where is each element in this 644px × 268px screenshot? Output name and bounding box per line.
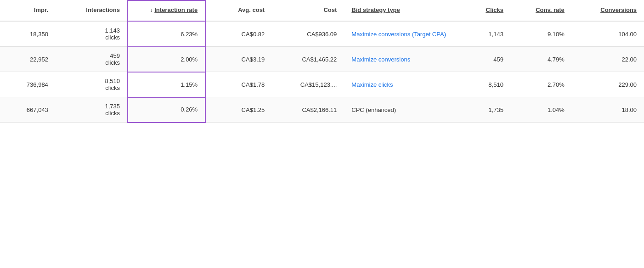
table-row: 18,3501,143clicks6.23%CA$0.82CA$936.09Ma… (0, 21, 644, 47)
cell-avg-cost: CA$0.82 (205, 21, 272, 47)
cell-cost: CA$2,166.11 (272, 97, 344, 123)
cell-avg-cost: CA$1.78 (205, 72, 272, 97)
cell-conversions: 104.00 (572, 21, 644, 47)
cell-clicks: 1,735 (455, 97, 511, 123)
table-row: 736,9848,510clicks1.15%CA$1.78CA$15,123.… (0, 72, 644, 97)
cell-clicks: 8,510 (455, 72, 511, 97)
bid-strategy-link[interactable]: Maximize conversions (351, 56, 448, 63)
cell-interactions: 459clicks (56, 47, 128, 72)
cell-bid-strategy[interactable]: Maximize conversions (344, 47, 455, 72)
interactions-sub: clicks (105, 34, 120, 41)
cell-conversions: 18.00 (572, 97, 644, 123)
cell-interaction-rate: 2.00% (128, 47, 205, 72)
cell-conversions: 229.00 (572, 72, 644, 97)
table-header-row: Impr. Interactions ↓Interaction rate Avg… (0, 0, 644, 21)
col-header-conv-rate[interactable]: Conv. rate (511, 0, 572, 21)
col-header-avg-cost[interactable]: Avg. cost (205, 0, 272, 21)
cell-bid-strategy: CPC (enhanced) (344, 97, 455, 123)
bid-strategy-link[interactable]: Maximize conversions (Target CPA) (351, 31, 448, 38)
cell-clicks: 1,143 (455, 21, 511, 47)
interactions-value: 459 (110, 52, 120, 59)
col-header-interactions[interactable]: Interactions (56, 0, 128, 21)
cell-impr: 667,043 (0, 97, 56, 123)
col-header-cost[interactable]: Cost (272, 0, 344, 21)
interactions-value: 8,510 (105, 78, 120, 84)
interactions-sub: clicks (105, 59, 120, 66)
cell-conversions: 22.00 (572, 47, 644, 72)
cell-avg-cost: CA$3.19 (205, 47, 272, 72)
col-header-bid-strategy[interactable]: Bid strategy type (344, 0, 455, 21)
cell-impr: 22,952 (0, 47, 56, 72)
cell-bid-strategy[interactable]: Maximize clicks (344, 72, 455, 97)
cell-cost: CA$1,465.22 (272, 47, 344, 72)
col-header-clicks[interactable]: Clicks (455, 0, 511, 21)
cell-conv-rate: 9.10% (511, 21, 572, 47)
cell-interaction-rate: 0.26% (128, 97, 205, 123)
cell-impr: 736,984 (0, 72, 56, 97)
cell-cost: CA$15,123.... (272, 72, 344, 97)
campaigns-table: Impr. Interactions ↓Interaction rate Avg… (0, 0, 644, 123)
col-header-conversions[interactable]: Conversions (572, 0, 644, 21)
cell-clicks: 459 (455, 47, 511, 72)
col-header-interaction-rate[interactable]: ↓Interaction rate (128, 0, 205, 21)
interactions-value: 1,143 (105, 27, 120, 34)
cell-bid-strategy[interactable]: Maximize conversions (Target CPA) (344, 21, 455, 47)
cell-interactions: 1,143clicks (56, 21, 128, 47)
interactions-sub: clicks (105, 110, 120, 117)
cell-avg-cost: CA$1.25 (205, 97, 272, 123)
col-header-impr[interactable]: Impr. (0, 0, 56, 21)
cell-interaction-rate: 1.15% (128, 72, 205, 97)
cell-conv-rate: 4.79% (511, 47, 572, 72)
bid-strategy-link[interactable]: Maximize clicks (351, 81, 448, 88)
cell-interaction-rate: 6.23% (128, 21, 205, 47)
table-row: 22,952459clicks2.00%CA$3.19CA$1,465.22Ma… (0, 47, 644, 72)
sort-desc-icon: ↓ (150, 7, 153, 13)
cell-impr: 18,350 (0, 21, 56, 47)
cell-conv-rate: 2.70% (511, 72, 572, 97)
interactions-value: 1,735 (105, 103, 120, 110)
cell-conv-rate: 1.04% (511, 97, 572, 123)
interactions-sub: clicks (105, 84, 120, 91)
cell-interactions: 8,510clicks (56, 72, 128, 97)
cell-cost: CA$936.09 (272, 21, 344, 47)
table-row: 667,0431,735clicks0.26%CA$1.25CA$2,166.1… (0, 97, 644, 123)
cell-interactions: 1,735clicks (56, 97, 128, 123)
